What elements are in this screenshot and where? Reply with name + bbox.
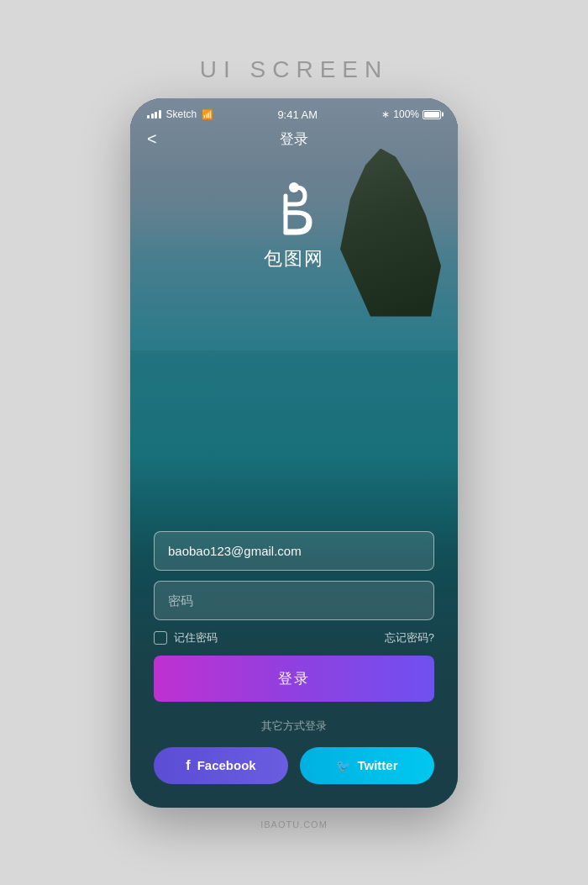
nav-bar: < 登录 (130, 126, 458, 155)
checkbox-icon[interactable] (154, 631, 167, 645)
battery-percent: 100% (393, 108, 419, 120)
logo-area: 包图网 (130, 155, 458, 288)
phone-content: Sketch 📶 9:41 AM ∗ 100% < 登录 (130, 98, 458, 808)
email-input[interactable] (154, 531, 434, 571)
social-buttons: f Facebook 🐦 Twitter (154, 747, 434, 784)
carrier-label: Sketch (166, 108, 197, 120)
facebook-button[interactable]: f Facebook (154, 747, 288, 784)
twitter-icon: 🐦 (336, 759, 350, 772)
battery-icon (423, 110, 441, 119)
remember-label: 记住密码 (174, 630, 218, 645)
page-title-label: UI SCREEN (200, 56, 388, 83)
wifi-icon: 📶 (202, 109, 213, 120)
bottom-label: IBAOTU.COM (260, 819, 328, 830)
login-button[interactable]: 登录 (154, 656, 434, 702)
twitter-button[interactable]: 🐦 Twitter (300, 747, 434, 784)
facebook-icon: f (186, 758, 190, 773)
back-button[interactable]: < (147, 129, 157, 149)
signal-icon (147, 110, 161, 119)
facebook-label: Facebook (197, 758, 256, 772)
status-left: Sketch 📶 (147, 108, 213, 120)
nav-title: 登录 (280, 129, 308, 149)
twitter-label: Twitter (357, 758, 397, 772)
form-area: 记住密码 忘记密码? 登录 其它方式登录 f Facebook 🐦 Twitte… (130, 531, 458, 808)
password-input[interactable] (154, 581, 434, 620)
divider-text: 其它方式登录 (154, 712, 434, 737)
remember-me-checkbox[interactable]: 记住密码 (154, 630, 218, 645)
time-label: 9:41 AM (277, 108, 318, 121)
logo-icon (265, 181, 323, 240)
forgot-password-link[interactable]: 忘记密码? (385, 630, 434, 645)
logo-name: 包图网 (264, 246, 324, 271)
status-bar: Sketch 📶 9:41 AM ∗ 100% (130, 98, 458, 126)
phone-frame: Sketch 📶 9:41 AM ∗ 100% < 登录 (130, 98, 458, 808)
form-options: 记住密码 忘记密码? (154, 630, 434, 645)
status-right: ∗ 100% (381, 108, 441, 120)
bluetooth-icon: ∗ (381, 108, 390, 120)
